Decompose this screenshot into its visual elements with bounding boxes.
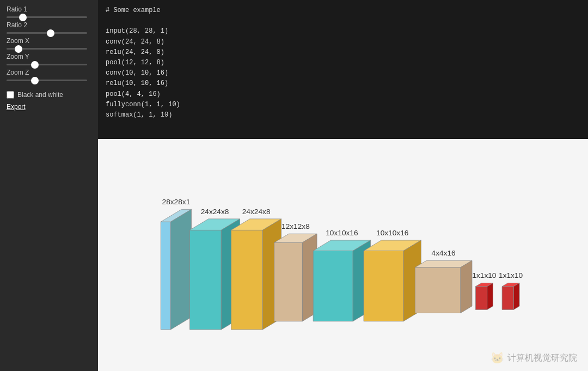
slider-track-4 xyxy=(7,80,87,81)
slider-group-1: Ratio 2 xyxy=(7,21,91,34)
slider-group-2: Zoom X xyxy=(7,37,91,50)
black-and-white-row: Black and white xyxy=(7,91,91,99)
sidebar: Ratio 1Ratio 2Zoom XZoom YZoom Z Black a… xyxy=(0,0,98,371)
svg-text:24x24x8: 24x24x8 xyxy=(242,208,271,216)
export-link[interactable]: Export xyxy=(7,103,91,111)
slider-thumb-3[interactable] xyxy=(31,61,39,69)
nn-visualization: 28x28x124x24x824x24x812x12x810x10x1610x1… xyxy=(98,139,588,371)
viz-panel: 28x28x124x24x824x24x812x12x810x10x1610x1… xyxy=(98,139,588,371)
svg-text:10x10x16: 10x10x16 xyxy=(326,229,358,237)
slider-thumb-4[interactable] xyxy=(31,77,39,84)
slider-label-2: Zoom X xyxy=(7,37,91,45)
watermark-icon: 🐱 xyxy=(491,351,504,364)
slider-label-1: Ratio 2 xyxy=(7,21,91,29)
svg-text:4x4x16: 4x4x16 xyxy=(432,249,456,257)
slider-label-4: Zoom Z xyxy=(7,69,91,76)
sliders-container: Ratio 1Ratio 2Zoom XZoom YZoom Z xyxy=(7,5,91,84)
slider-label-3: Zoom Y xyxy=(7,53,91,60)
slider-group-3: Zoom Y xyxy=(7,53,91,65)
slider-track-3 xyxy=(7,64,87,65)
watermark: 🐱 计算机视觉研究院 xyxy=(491,351,577,364)
black-and-white-checkbox[interactable] xyxy=(7,91,14,99)
slider-track-1 xyxy=(7,32,87,34)
svg-text:12x12x8: 12x12x8 xyxy=(281,222,310,230)
svg-text:1x1x10: 1x1x10 xyxy=(472,271,497,279)
slider-thumb-1[interactable] xyxy=(47,29,54,37)
black-and-white-label: Black and white xyxy=(17,91,63,99)
code-panel: # Some example input(28, 28, 1) conv(24,… xyxy=(98,0,588,139)
svg-text:10x10x16: 10x10x16 xyxy=(376,229,409,237)
slider-thumb-0[interactable] xyxy=(19,14,27,21)
slider-group-0: Ratio 1 xyxy=(7,5,91,18)
svg-text:1x1x10: 1x1x10 xyxy=(499,271,523,279)
svg-text:28x28x1: 28x28x1 xyxy=(162,198,191,206)
slider-track-2 xyxy=(7,48,87,50)
slider-label-0: Ratio 1 xyxy=(7,5,91,13)
right-panel: # Some example input(28, 28, 1) conv(24,… xyxy=(98,0,588,371)
svg-text:24x24x8: 24x24x8 xyxy=(201,208,229,216)
slider-track-0 xyxy=(7,16,87,18)
slider-thumb-2[interactable] xyxy=(15,45,22,53)
watermark-text: 计算机视觉研究院 xyxy=(507,352,577,364)
slider-group-4: Zoom Z xyxy=(7,69,91,81)
